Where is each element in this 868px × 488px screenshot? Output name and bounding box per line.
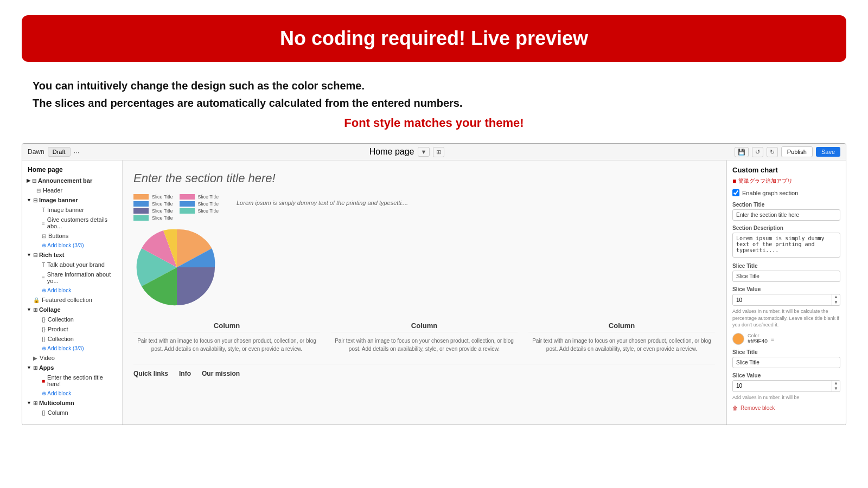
top-bar: Dawn Draft ··· Home page ▼ ⊞ 💾 ↺ ↻ Publi… — [22, 144, 846, 160]
sidebar: Home page ▶ ⊟ Announcement bar ⊟ Header … — [22, 160, 123, 425]
slice-value-input-2[interactable] — [733, 381, 832, 391]
color-swatch-1[interactable] — [732, 333, 744, 345]
column-3: Column Pair text with an image to focus … — [528, 322, 715, 353]
trash-icon: 🗑 — [732, 405, 738, 411]
slice-title-input-2[interactable] — [732, 357, 840, 368]
column-2: Column Pair text with an image to focus … — [331, 322, 518, 353]
redo-btn[interactable]: ↻ — [767, 147, 778, 157]
pie-chart — [133, 224, 220, 311]
footer-links: Quick links Info Our mission — [133, 364, 715, 377]
draft-button[interactable]: Draft — [48, 147, 71, 157]
sidebar-item-collection-1[interactable]: {}​ Collection — [22, 314, 122, 324]
undo-btn[interactable]: ↺ — [752, 147, 763, 157]
sidebar-item-collection-2[interactable]: {}​ Collection — [22, 334, 122, 344]
slice-value-input-1[interactable] — [733, 295, 832, 305]
preview-icon-btn[interactable]: ⊞ — [433, 147, 444, 157]
sidebar-item-apps-group[interactable]: ▼ ⊞ Apps — [22, 363, 122, 373]
banner-title: No coding required! Live preview — [22, 27, 846, 50]
color-section: Color #f#9F40 — [748, 333, 768, 344]
pie-chart-svg — [133, 224, 220, 311]
banner: No coding required! Live preview — [22, 15, 846, 62]
top-bar-left: Dawn Draft ··· — [28, 147, 79, 157]
enable-graph-label: Enable graph section — [742, 190, 798, 196]
slice-value-down-1[interactable]: ▼ — [832, 300, 840, 305]
sidebar-item-buttons[interactable]: ⊟ Buttons — [22, 231, 122, 241]
section-desc: Lorem ipsum is simply dummy text of the … — [237, 194, 715, 206]
remove-block-btn[interactable]: 🗑 Remove block — [732, 405, 840, 411]
arrow-icon-3: ▼ — [27, 252, 31, 258]
col-1-text: Pair text with an image to focus on your… — [133, 337, 320, 353]
slice-value-up-1[interactable]: ▲ — [832, 294, 840, 300]
color-row-1: Color #f#9F40 ≡ — [732, 333, 840, 345]
remove-block-label: Remove block — [741, 405, 775, 411]
more-label[interactable]: ··· — [74, 148, 80, 156]
top-bar-center: Home page ▼ ⊞ — [84, 147, 730, 157]
footer-link-1[interactable]: Quick links — [133, 370, 168, 377]
main-area: Home page ▶ ⊟ Announcement bar ⊟ Header … — [22, 160, 846, 425]
sidebar-item-app-section[interactable]: ■ Enter the section title here! — [22, 373, 122, 389]
arrow-icon-6: ▼ — [27, 400, 31, 406]
screenshot-wrapper: Dawn Draft ··· Home page ▼ ⊞ 💾 ↺ ↻ Publi… — [22, 143, 846, 425]
section-title-label: Section Title — [732, 202, 840, 208]
dropdown-btn[interactable]: ▼ — [418, 147, 430, 157]
legend-color-2 — [180, 194, 195, 200]
sidebar-label-multicolumn: Multicolumn — [39, 400, 74, 406]
enable-graph-checkbox[interactable] — [732, 189, 739, 196]
sidebar-item-announcement-bar[interactable]: ▶ ⊟ Announcement bar — [22, 176, 122, 185]
chart-left: Slice Title Slice Title Slice Title Slic… — [133, 194, 220, 311]
col-2-text: Pair text with an image to focus on your… — [331, 337, 518, 353]
save-icon-btn[interactable]: 💾 — [735, 147, 749, 157]
subtitle-line1: You can intuitively change the design su… — [33, 77, 835, 94]
sidebar-item-featured-collection[interactable]: 🔒 Featured collection — [22, 295, 122, 305]
publish-button[interactable]: Publish — [781, 146, 813, 157]
arrow-icon-2: ▼ — [27, 197, 31, 203]
sidebar-item-product[interactable]: {}​ Product — [22, 324, 122, 334]
sidebar-item-talk-brand[interactable]: T Talk about your brand — [22, 260, 122, 269]
color-menu-icon[interactable]: ≡ — [771, 336, 774, 342]
legend: Slice Title Slice Title Slice Title Slic… — [133, 194, 220, 221]
sidebar-add-block-apps[interactable]: ⊕ Add block — [22, 389, 122, 398]
slice-value-down-2[interactable]: ▼ — [832, 386, 840, 391]
save-button[interactable]: Save — [816, 147, 840, 157]
panel-app-link[interactable]: ■ 簡単グラフ追加アプリ — [732, 177, 840, 185]
sidebar-item-give-customers[interactable]: ≡ Give customers details abo... — [22, 215, 122, 231]
slice-value-up-2[interactable]: ▲ — [832, 381, 840, 386]
col-3-text: Pair text with an image to focus on your… — [528, 337, 715, 353]
color-label: Color — [748, 333, 768, 338]
sidebar-item-video[interactable]: ▶ Video — [22, 353, 122, 363]
footer-link-2[interactable]: Info — [179, 370, 191, 377]
legend-color-7 — [133, 215, 149, 221]
enable-graph-row: Enable graph section — [732, 189, 840, 196]
sidebar-item-header[interactable]: ⊟ Header — [22, 185, 122, 195]
sidebar-add-block-rich[interactable]: ⊕ Add block — [22, 286, 122, 295]
sidebar-add-block-collage[interactable]: ⊕ Add block (3/3) — [22, 344, 122, 353]
app-link-label: 簡単グラフ追加アプリ — [738, 177, 793, 185]
sidebar-item-share-info[interactable]: ≡ Share information about yo... — [22, 269, 122, 286]
slice-value-desc-1: Add values in number. it will be calcula… — [732, 308, 840, 329]
sidebar-item-image-banner-child[interactable]: T Image banner — [22, 205, 122, 215]
subtitle-section: You can intuitively change the design su… — [33, 77, 835, 130]
legend-row-1: Slice Title Slice Title — [133, 194, 220, 200]
footer-link-3[interactable]: Our mission — [202, 370, 240, 377]
right-panel: Custom chart ■ 簡単グラフ追加アプリ Enable graph s… — [726, 160, 846, 425]
column-1: Column Pair text with an image to focus … — [133, 322, 320, 353]
dawn-label: Dawn — [28, 148, 44, 156]
sidebar-item-collage-group[interactable]: ▼ ⊞ Collage — [22, 305, 122, 314]
sidebar-item-multicolumn-group[interactable]: ▼ ⊞ Multicolumn — [22, 398, 122, 408]
sidebar-item-rich-text-group[interactable]: ▼ ⊟ Rich text — [22, 250, 122, 260]
section-title-input[interactable] — [732, 209, 840, 221]
sidebar-item-column[interactable]: {}​ Column — [22, 408, 122, 418]
sidebar-add-block-image[interactable]: ⊕ Add block (3/3) — [22, 241, 122, 250]
col-3-title: Column — [528, 322, 715, 332]
sidebar-item-image-banner-group[interactable]: ▼ ⊟ Image banner — [22, 195, 122, 205]
section-desc-textarea[interactable]: Lorem ipsum is simply dummy text of the … — [732, 233, 840, 258]
legend-row-2: Slice Title Slice Title — [133, 201, 220, 207]
legend-color-5 — [133, 208, 149, 214]
panel-title: Custom chart — [732, 166, 840, 174]
slice-value-wrapper-2: ▲ ▼ — [732, 380, 840, 392]
arrow-icon: ▶ — [27, 178, 30, 183]
slice-title-input-1[interactable] — [732, 271, 840, 282]
sidebar-label-image-banner: Image banner — [39, 197, 78, 203]
legend-color-6 — [180, 208, 195, 214]
page-name: Home page — [369, 147, 414, 157]
